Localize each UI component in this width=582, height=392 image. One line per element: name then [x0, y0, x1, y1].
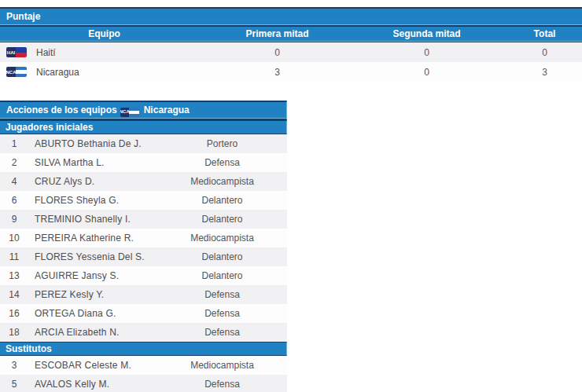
player-position: Delantero	[157, 214, 287, 225]
team-cell: NCANicaragua	[0, 67, 208, 78]
team-actions-flag-slot: NCA	[120, 102, 139, 119]
column-header-equipo: Equipo	[0, 27, 208, 42]
column-header-total: Total	[507, 27, 582, 42]
score-rows: HAIHaití000NCANicaragua303	[0, 42, 582, 82]
team-actions-title-bar: Acciones de los equipos NCA Nicaragua	[0, 101, 287, 120]
player-position: Defensa	[157, 308, 287, 319]
player-row: 10PEREIRA Katherine R.Mediocampista	[0, 229, 287, 247]
second-half-value: 0	[346, 67, 507, 78]
first-half-value: 0	[208, 47, 346, 58]
flag-icon: HAI	[6, 47, 27, 57]
team-name: Nicaragua	[36, 67, 79, 78]
player-number: 14	[0, 289, 28, 300]
flag-stripes	[16, 47, 27, 57]
player-position: Mediocampista	[157, 176, 287, 187]
player-number: 18	[0, 327, 28, 338]
player-name: TREMINIO Shanelly I.	[28, 214, 157, 225]
page: Puntaje Equipo Primera mitad Segunda mit…	[0, 0, 582, 392]
player-row: 16ORTEGA Diana G.Defensa	[0, 304, 287, 323]
player-name: FLORES Sheyla G.	[28, 195, 157, 206]
flag-icon: NCA	[120, 108, 139, 117]
section-header: Jugadores iniciales	[0, 120, 287, 134]
team-actions-title: Acciones de los equipos	[6, 102, 117, 119]
player-name: ESCOBAR Celeste M.	[28, 360, 157, 371]
player-number: 16	[0, 308, 28, 319]
player-position: Mediocampista	[157, 233, 287, 244]
section-header: Sustitutos	[0, 342, 287, 356]
flag-icon: NCA	[6, 67, 27, 77]
player-row: 4CRUZ Alys D.Mediocampista	[0, 172, 287, 191]
player-row: 3ESCOBAR Celeste M.Mediocampista	[0, 356, 287, 375]
score-panel-title: Puntaje	[6, 9, 40, 25]
score-table-row: HAIHaití000	[0, 42, 582, 62]
player-position: Defensa	[157, 289, 287, 300]
score-table-row: NCANicaragua303	[0, 62, 582, 82]
player-number: 2	[0, 157, 28, 168]
player-position: Defensa	[157, 327, 287, 338]
flag-stripes	[129, 108, 139, 117]
flag-stripe	[16, 74, 27, 77]
player-row: 11FLORES Yessenia Del S.Delantero	[0, 247, 287, 266]
player-row: 18ARCIA Elizabeth N.Defensa	[0, 323, 287, 342]
player-row: 5AVALOS Kelly M.Defensa	[0, 375, 287, 392]
player-name: FLORES Yessenia Del S.	[28, 251, 157, 262]
player-position: Defensa	[157, 379, 287, 390]
player-number: 13	[0, 270, 28, 281]
actions-sections: Jugadores iniciales1ABURTO Bethania De J…	[0, 120, 287, 392]
player-number: 9	[0, 214, 28, 225]
first-half-value: 3	[208, 67, 346, 78]
player-name: PEREZ Kesly Y.	[28, 289, 157, 300]
second-half-value: 0	[346, 47, 507, 58]
player-number: 1	[0, 138, 28, 149]
player-row: 2SILVA Martha L.Defensa	[0, 153, 287, 172]
flag-country-code: NCA	[6, 67, 16, 77]
column-header-primera-mitad: Primera mitad	[208, 27, 346, 42]
player-number: 6	[0, 195, 28, 206]
player-row: 6FLORES Sheyla G.Delantero	[0, 191, 287, 210]
player-name: ORTEGA Diana G.	[28, 308, 157, 319]
player-position: Delantero	[157, 195, 287, 206]
score-table-header: Equipo Primera mitad Segunda mitad Total	[0, 27, 582, 42]
player-row: 1ABURTO Bethania De J.Portero	[0, 134, 287, 153]
player-position: Delantero	[157, 251, 287, 262]
player-name: ABURTO Bethania De J.	[28, 138, 157, 149]
flag-stripe	[16, 53, 27, 58]
player-position: Mediocampista	[157, 360, 287, 371]
score-panel-title-bar: Puntaje	[0, 7, 582, 27]
player-name: AGUIRRE Jansy S.	[28, 270, 157, 281]
team-cell: HAIHaití	[0, 47, 208, 58]
team-name: Haití	[36, 47, 56, 58]
player-number: 5	[0, 379, 28, 390]
player-name: CRUZ Alys D.	[28, 176, 157, 187]
flag-country-code: NCA	[120, 108, 129, 117]
player-number: 4	[0, 176, 28, 187]
player-name: AVALOS Kelly M.	[28, 379, 157, 390]
flag-country-code: HAI	[6, 47, 16, 57]
score-panel: Puntaje Equipo Primera mitad Segunda mit…	[0, 7, 582, 82]
column-header-segunda-mitad: Segunda mitad	[346, 27, 507, 42]
team-actions-team-name: Nicaragua	[144, 102, 190, 119]
player-row: 14PEREZ Kesly Y.Defensa	[0, 285, 287, 304]
player-name: SILVA Martha L.	[28, 157, 157, 168]
player-position: Delantero	[157, 270, 287, 281]
player-name: PEREIRA Katherine R.	[28, 233, 157, 244]
total-value: 3	[507, 67, 582, 78]
player-row: 13AGUIRRE Jansy S.Delantero	[0, 266, 287, 285]
player-number: 11	[0, 251, 28, 262]
player-position: Portero	[157, 138, 287, 149]
team-actions-panel: Acciones de los equipos NCA Nicaragua Ju…	[0, 101, 287, 392]
player-name: ARCIA Elizabeth N.	[28, 327, 157, 338]
player-number: 3	[0, 360, 28, 371]
player-row: 9TREMINIO Shanelly I.Delantero	[0, 210, 287, 229]
flag-stripe	[129, 114, 139, 117]
player-position: Defensa	[157, 157, 287, 168]
flag-stripes	[16, 67, 27, 77]
total-value: 0	[507, 47, 582, 58]
player-number: 10	[0, 233, 28, 244]
